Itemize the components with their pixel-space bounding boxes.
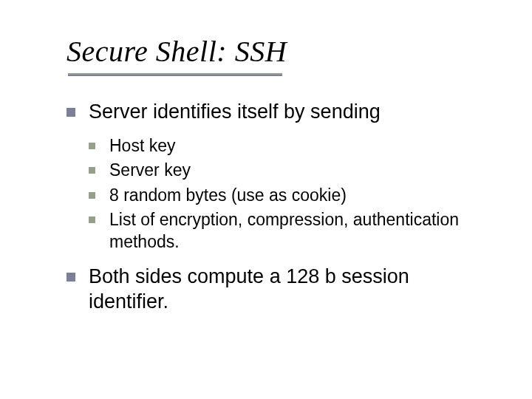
square-bullet-icon <box>89 167 95 174</box>
list-item-text: 8 random bytes (use as cookie) <box>109 185 347 205</box>
list-item: Server identifies itself by sending Host… <box>66 100 480 253</box>
slide: Secure Shell: SSH Server identifies itse… <box>0 0 532 355</box>
square-bullet-icon <box>66 108 75 117</box>
list-item-text: Server identifies itself by sending <box>89 100 381 123</box>
list-item-text: Host key <box>109 136 175 155</box>
square-bullet-icon <box>89 192 95 199</box>
list-item: 8 random bytes (use as cookie) <box>89 185 480 206</box>
list-item: Server key <box>89 160 480 181</box>
list-item-text: Both sides compute a 128 b session ident… <box>89 265 409 313</box>
title-rule-bottom <box>68 75 282 76</box>
square-bullet-icon <box>89 216 95 223</box>
square-bullet-icon <box>89 143 95 149</box>
sub-bullet-list: Host key Server key 8 random bytes (use … <box>89 135 480 253</box>
bullet-list: Server identifies itself by sending Host… <box>66 100 480 314</box>
square-bullet-icon <box>66 273 75 282</box>
list-item: List of encryption, compression, authent… <box>89 209 480 253</box>
list-item: Host key <box>89 135 480 157</box>
slide-body: Server identifies itself by sending Host… <box>66 100 480 314</box>
list-item-text: Server key <box>109 160 191 180</box>
slide-title: Secure Shell: SSH <box>66 34 480 69</box>
list-item-text: List of encryption, compression, authent… <box>109 210 459 250</box>
list-item: Both sides compute a 128 b session ident… <box>66 265 480 315</box>
